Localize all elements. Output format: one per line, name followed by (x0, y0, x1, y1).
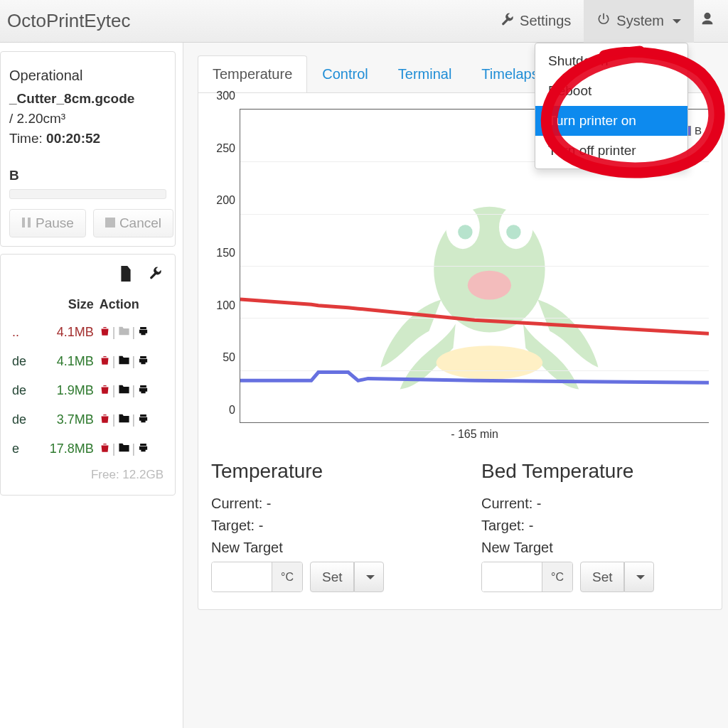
caret-down-icon (366, 575, 375, 579)
top-navbar: OctoPrintEytec Settings System ShutdownR… (0, 0, 728, 43)
trash-icon[interactable] (100, 354, 110, 369)
progress-bar (9, 189, 166, 199)
file-name[interactable]: de (9, 405, 34, 434)
loaded-file: _Cutter_8cm.gcode (9, 91, 166, 107)
file-name[interactable]: de (9, 347, 34, 376)
tool-temperature-block: Temperature Current: - Target: - New Tar… (211, 456, 439, 592)
file-row: e17.8MB|| (9, 434, 166, 464)
bed-current-row: Current: - (481, 496, 709, 512)
system-menu-item[interactable]: Shutdown (535, 46, 687, 76)
file-size: 17.8MB (34, 434, 97, 464)
pause-button[interactable]: Pause (9, 209, 86, 237)
tab-control[interactable]: Control (307, 55, 382, 92)
folder-icon[interactable] (118, 354, 130, 369)
tab-terminal[interactable]: Terminal (383, 55, 467, 92)
free-space: Free: 12.2GB (9, 464, 166, 486)
y-tick-label: 0 (229, 404, 235, 417)
degree-unit: °C (272, 562, 302, 592)
stop-icon (105, 215, 115, 231)
tool-new-target-label: New Target (211, 540, 439, 556)
tool-target-input[interactable] (212, 562, 272, 592)
bed-target-input[interactable] (482, 562, 542, 592)
filament-usage: / 2.20cm³ (9, 111, 166, 127)
y-tick-label: 300 (216, 90, 235, 102)
file-row: de3.7MB|| (9, 405, 166, 434)
chart-x-center-label: - 165 min (451, 428, 498, 441)
wrench-small-icon[interactable] (148, 266, 162, 284)
svg-rect-2 (105, 218, 115, 228)
caret-down-icon (636, 575, 645, 579)
bed-target-row: Target: - (481, 518, 709, 534)
system-menu-item[interactable]: Turn printer on (535, 106, 687, 136)
print-icon[interactable] (137, 325, 149, 340)
status-panel: Operational _Cutter_8cm.gcode / 2.20cm³ … (0, 51, 176, 247)
wrench-icon (500, 12, 514, 30)
file-row: de4.1MB|| (9, 347, 166, 376)
folder-icon[interactable] (118, 412, 130, 427)
print-time: Time: 00:20:52 (9, 131, 166, 146)
file-name[interactable]: e (9, 434, 34, 464)
folder-icon[interactable] (118, 441, 130, 456)
bed-temp-heading: Bed Temperature (481, 460, 709, 483)
power-icon (596, 12, 611, 30)
file-name[interactable]: .. (9, 318, 34, 347)
action-header: Action (97, 291, 166, 318)
tool-target-row: Target: - (211, 518, 439, 534)
svg-rect-0 (22, 218, 25, 228)
bed-new-target-label: New Target (481, 540, 709, 556)
nav-settings-label: Settings (520, 13, 571, 29)
y-tick-label: 150 (216, 247, 235, 259)
tab-temperature[interactable]: Temperature (198, 55, 307, 92)
y-tick-label: 50 (223, 351, 235, 364)
file-size: 3.7MB (34, 405, 97, 434)
size-suffix: B (9, 168, 166, 183)
file-icon[interactable] (119, 266, 132, 284)
cancel-button[interactable]: Cancel (93, 209, 173, 237)
bed-set-dropdown[interactable] (624, 562, 654, 592)
degree-unit: °C (542, 562, 572, 592)
trash-icon[interactable] (100, 383, 110, 398)
system-menu-item[interactable]: Turn off printer (535, 136, 687, 166)
trash-icon[interactable] (100, 325, 110, 340)
print-icon[interactable] (137, 412, 149, 427)
tool-current-row: Current: - (211, 496, 439, 512)
tool-temp-heading: Temperature (211, 460, 439, 483)
pause-icon (21, 215, 31, 231)
file-name[interactable]: de (9, 376, 34, 405)
trash-icon[interactable] (100, 412, 110, 427)
tool-set-button[interactable]: Set (310, 562, 355, 592)
y-tick-label: 100 (216, 299, 235, 312)
tool-set-dropdown[interactable] (354, 562, 384, 592)
trash-icon[interactable] (100, 441, 110, 456)
y-tick-label: 250 (216, 142, 235, 155)
bed-set-button[interactable]: Set (580, 562, 625, 592)
app-title: OctoPrintEytec (7, 10, 130, 32)
print-icon[interactable] (137, 383, 149, 398)
file-row: ..4.1MB|| (9, 318, 166, 347)
folder-icon[interactable] (118, 383, 130, 398)
nav-settings[interactable]: Settings (487, 0, 584, 43)
file-row: de1.9MB|| (9, 376, 166, 405)
system-dropdown: ShutdownRebootTurn printer onTurn off pr… (535, 43, 688, 169)
folder-icon[interactable] (118, 325, 130, 340)
y-tick-label: 200 (216, 194, 235, 207)
print-icon[interactable] (137, 354, 149, 369)
file-size: 4.1MB (34, 347, 97, 376)
nav-system-label: System (616, 13, 664, 29)
print-icon[interactable] (137, 441, 149, 456)
bed-target-input-group: °C (481, 562, 573, 592)
svg-rect-1 (28, 218, 31, 228)
files-table: Size Action ..4.1MB||de4.1MB||de1.9MB||d… (9, 291, 166, 464)
nav-system[interactable]: System (584, 0, 694, 43)
caret-down-icon (673, 19, 681, 23)
file-size: 1.9MB (34, 376, 97, 405)
user-icon (700, 11, 715, 31)
system-menu-item[interactable]: Reboot (535, 76, 687, 106)
file-size: 4.1MB (34, 318, 97, 347)
nav-user[interactable] (694, 0, 721, 43)
temperature-tab-content: A B 050100150200250300 (198, 93, 722, 610)
printer-state: Operational (9, 68, 166, 84)
size-header: Size (34, 291, 97, 318)
files-panel: Size Action ..4.1MB||de4.1MB||de1.9MB||d… (0, 254, 176, 496)
bed-temperature-block: Bed Temperature Current: - Target: - New… (481, 456, 709, 592)
